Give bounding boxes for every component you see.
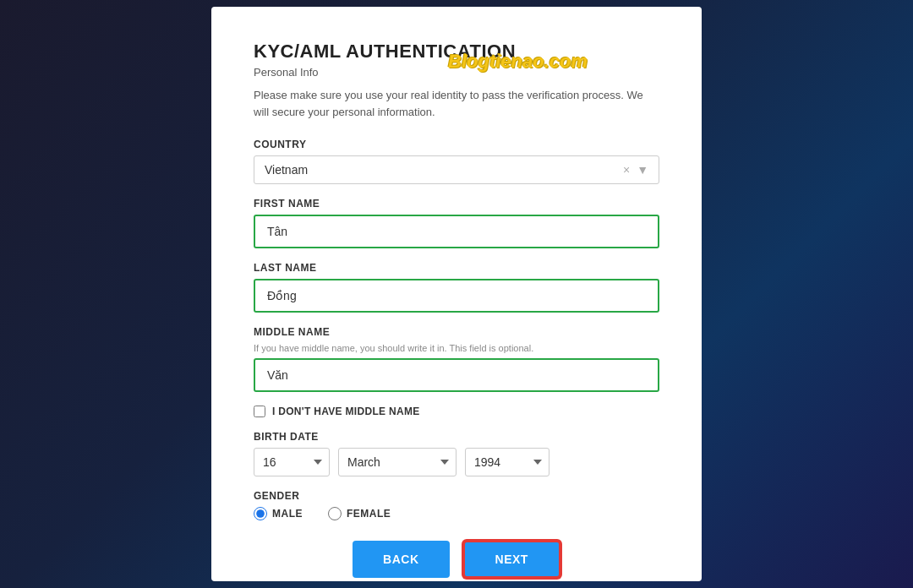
country-field-group: COUNTRY Vietnam × ▼ [254, 139, 659, 184]
country-select-value: Vietnam [265, 163, 623, 177]
gender-female-label: FEMALE [347, 508, 391, 520]
modal-subtitle: Personal Info [254, 66, 659, 79]
middle-name-field-group: MIDDLE NAME If you have middle name, you… [254, 326, 659, 392]
middle-name-hint: If you have middle name, you should writ… [254, 343, 659, 353]
gender-male-label: MALE [272, 508, 303, 520]
country-select-wrapper[interactable]: Vietnam × ▼ [254, 155, 659, 184]
birth-month-select[interactable]: January February March April May June Ju… [338, 448, 456, 476]
no-middle-name-row: I DON'T HAVE MIDDLE NAME [254, 406, 659, 417]
gender-male-option: MALE [254, 507, 303, 520]
birth-date-field-group: BIRTH DATE 16 1 2 3 4 5 6 7 8 9 10 11 12… [254, 431, 659, 476]
middle-name-label: MIDDLE NAME [254, 326, 659, 338]
first-name-field-group: FIRST NAME [254, 198, 659, 248]
gender-row: MALE FEMALE [254, 507, 659, 520]
button-row: BACK NEXT [254, 541, 659, 578]
middle-name-input[interactable] [254, 358, 659, 392]
gender-female-option: FEMALE [328, 507, 391, 520]
country-clear-icon[interactable]: × [623, 163, 630, 177]
country-label: COUNTRY [254, 139, 659, 150]
gender-label: GENDER [254, 490, 659, 502]
birth-date-label: BIRTH DATE [254, 431, 659, 443]
last-name-label: LAST NAME [254, 262, 659, 274]
birth-date-row: 16 1 2 3 4 5 6 7 8 9 10 11 12 13 14 15 1… [254, 448, 659, 476]
country-dropdown-icon[interactable]: ▼ [637, 163, 648, 177]
last-name-input[interactable] [254, 279, 659, 313]
modal-description: Please make sure you use your real ident… [254, 87, 659, 120]
no-middle-name-label: I DON'T HAVE MIDDLE NAME [272, 406, 420, 417]
back-button[interactable]: BACK [353, 541, 449, 578]
no-middle-name-checkbox[interactable] [254, 406, 265, 417]
first-name-input[interactable] [254, 215, 659, 248]
gender-field-group: GENDER MALE FEMALE [254, 490, 659, 520]
country-select-controls: × ▼ [623, 163, 648, 177]
last-name-field-group: LAST NAME [254, 262, 659, 313]
modal-title: KYC/AML AUTHENTICATION [254, 41, 659, 63]
gender-male-radio[interactable] [254, 507, 267, 520]
gender-female-radio[interactable] [328, 507, 342, 520]
first-name-label: FIRST NAME [254, 198, 659, 210]
birth-year-select[interactable]: 1994 1990 1991 1992 1993 1995 1996 1997 … [465, 448, 549, 476]
kyc-modal: KYC/AML AUTHENTICATION Personal Info Blo… [211, 7, 702, 581]
next-button[interactable]: NEXT [463, 541, 560, 578]
birth-day-select[interactable]: 16 1 2 3 4 5 6 7 8 9 10 11 12 13 14 15 1… [254, 448, 330, 476]
